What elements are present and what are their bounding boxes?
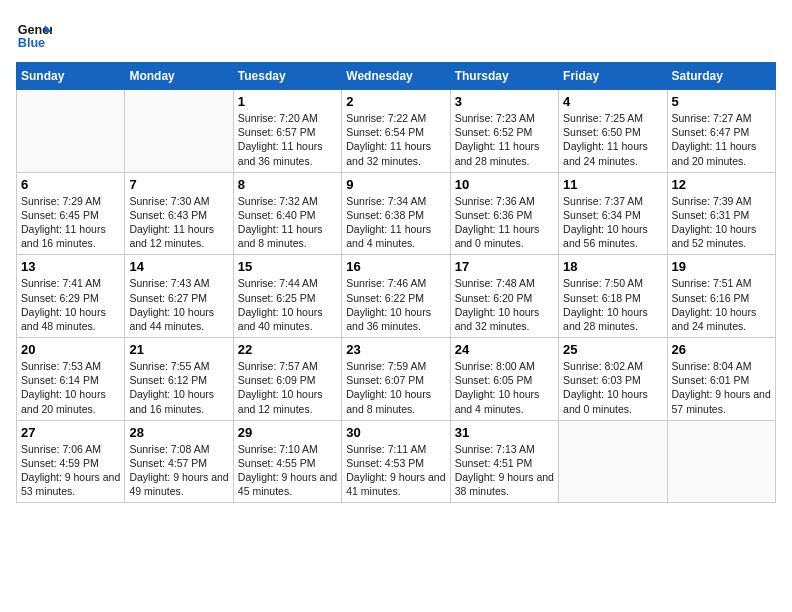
calendar-cell xyxy=(125,90,233,173)
calendar-cell: 8Sunrise: 7:32 AM Sunset: 6:40 PM Daylig… xyxy=(233,172,341,255)
day-number: 9 xyxy=(346,177,445,192)
weekday-header: Monday xyxy=(125,63,233,90)
calendar-table: SundayMondayTuesdayWednesdayThursdayFrid… xyxy=(16,62,776,503)
day-info: Sunrise: 7:11 AM Sunset: 4:53 PM Dayligh… xyxy=(346,442,445,499)
day-number: 24 xyxy=(455,342,554,357)
calendar-cell: 24Sunrise: 8:00 AM Sunset: 6:05 PM Dayli… xyxy=(450,338,558,421)
calendar-cell: 18Sunrise: 7:50 AM Sunset: 6:18 PM Dayli… xyxy=(559,255,667,338)
day-info: Sunrise: 7:53 AM Sunset: 6:14 PM Dayligh… xyxy=(21,359,120,416)
calendar-cell: 31Sunrise: 7:13 AM Sunset: 4:51 PM Dayli… xyxy=(450,420,558,503)
calendar-cell: 28Sunrise: 7:08 AM Sunset: 4:57 PM Dayli… xyxy=(125,420,233,503)
day-info: Sunrise: 7:46 AM Sunset: 6:22 PM Dayligh… xyxy=(346,276,445,333)
weekday-header: Friday xyxy=(559,63,667,90)
day-number: 2 xyxy=(346,94,445,109)
weekday-header: Saturday xyxy=(667,63,775,90)
calendar-cell: 20Sunrise: 7:53 AM Sunset: 6:14 PM Dayli… xyxy=(17,338,125,421)
calendar-cell: 14Sunrise: 7:43 AM Sunset: 6:27 PM Dayli… xyxy=(125,255,233,338)
day-number: 8 xyxy=(238,177,337,192)
calendar-cell: 6Sunrise: 7:29 AM Sunset: 6:45 PM Daylig… xyxy=(17,172,125,255)
calendar-cell: 5Sunrise: 7:27 AM Sunset: 6:47 PM Daylig… xyxy=(667,90,775,173)
day-number: 1 xyxy=(238,94,337,109)
calendar-cell xyxy=(17,90,125,173)
day-info: Sunrise: 7:20 AM Sunset: 6:57 PM Dayligh… xyxy=(238,111,337,168)
day-info: Sunrise: 7:25 AM Sunset: 6:50 PM Dayligh… xyxy=(563,111,662,168)
day-number: 12 xyxy=(672,177,771,192)
day-info: Sunrise: 7:10 AM Sunset: 4:55 PM Dayligh… xyxy=(238,442,337,499)
calendar-week-row: 20Sunrise: 7:53 AM Sunset: 6:14 PM Dayli… xyxy=(17,338,776,421)
calendar-cell: 13Sunrise: 7:41 AM Sunset: 6:29 PM Dayli… xyxy=(17,255,125,338)
day-number: 19 xyxy=(672,259,771,274)
day-info: Sunrise: 7:36 AM Sunset: 6:36 PM Dayligh… xyxy=(455,194,554,251)
day-number: 27 xyxy=(21,425,120,440)
day-number: 13 xyxy=(21,259,120,274)
calendar-cell: 16Sunrise: 7:46 AM Sunset: 6:22 PM Dayli… xyxy=(342,255,450,338)
day-info: Sunrise: 7:34 AM Sunset: 6:38 PM Dayligh… xyxy=(346,194,445,251)
calendar-cell: 29Sunrise: 7:10 AM Sunset: 4:55 PM Dayli… xyxy=(233,420,341,503)
day-number: 22 xyxy=(238,342,337,357)
day-info: Sunrise: 7:23 AM Sunset: 6:52 PM Dayligh… xyxy=(455,111,554,168)
day-number: 31 xyxy=(455,425,554,440)
calendar-week-row: 27Sunrise: 7:06 AM Sunset: 4:59 PM Dayli… xyxy=(17,420,776,503)
day-info: Sunrise: 7:30 AM Sunset: 6:43 PM Dayligh… xyxy=(129,194,228,251)
day-number: 25 xyxy=(563,342,662,357)
calendar-cell: 27Sunrise: 7:06 AM Sunset: 4:59 PM Dayli… xyxy=(17,420,125,503)
day-number: 30 xyxy=(346,425,445,440)
day-info: Sunrise: 8:00 AM Sunset: 6:05 PM Dayligh… xyxy=(455,359,554,416)
calendar-cell xyxy=(667,420,775,503)
day-number: 21 xyxy=(129,342,228,357)
logo: General Blue xyxy=(16,16,56,52)
calendar-cell: 23Sunrise: 7:59 AM Sunset: 6:07 PM Dayli… xyxy=(342,338,450,421)
svg-text:Blue: Blue xyxy=(18,36,45,50)
calendar-cell: 3Sunrise: 7:23 AM Sunset: 6:52 PM Daylig… xyxy=(450,90,558,173)
day-number: 10 xyxy=(455,177,554,192)
calendar-cell: 15Sunrise: 7:44 AM Sunset: 6:25 PM Dayli… xyxy=(233,255,341,338)
day-info: Sunrise: 7:57 AM Sunset: 6:09 PM Dayligh… xyxy=(238,359,337,416)
calendar-cell xyxy=(559,420,667,503)
day-info: Sunrise: 7:59 AM Sunset: 6:07 PM Dayligh… xyxy=(346,359,445,416)
day-info: Sunrise: 7:22 AM Sunset: 6:54 PM Dayligh… xyxy=(346,111,445,168)
calendar-cell: 21Sunrise: 7:55 AM Sunset: 6:12 PM Dayli… xyxy=(125,338,233,421)
day-number: 5 xyxy=(672,94,771,109)
calendar-cell: 4Sunrise: 7:25 AM Sunset: 6:50 PM Daylig… xyxy=(559,90,667,173)
day-info: Sunrise: 8:02 AM Sunset: 6:03 PM Dayligh… xyxy=(563,359,662,416)
day-number: 7 xyxy=(129,177,228,192)
day-info: Sunrise: 7:39 AM Sunset: 6:31 PM Dayligh… xyxy=(672,194,771,251)
day-info: Sunrise: 7:06 AM Sunset: 4:59 PM Dayligh… xyxy=(21,442,120,499)
logo-icon: General Blue xyxy=(16,16,52,52)
calendar-cell: 30Sunrise: 7:11 AM Sunset: 4:53 PM Dayli… xyxy=(342,420,450,503)
day-info: Sunrise: 7:27 AM Sunset: 6:47 PM Dayligh… xyxy=(672,111,771,168)
calendar-cell: 10Sunrise: 7:36 AM Sunset: 6:36 PM Dayli… xyxy=(450,172,558,255)
calendar-cell: 19Sunrise: 7:51 AM Sunset: 6:16 PM Dayli… xyxy=(667,255,775,338)
day-info: Sunrise: 7:41 AM Sunset: 6:29 PM Dayligh… xyxy=(21,276,120,333)
day-number: 28 xyxy=(129,425,228,440)
calendar-week-row: 6Sunrise: 7:29 AM Sunset: 6:45 PM Daylig… xyxy=(17,172,776,255)
calendar-week-row: 13Sunrise: 7:41 AM Sunset: 6:29 PM Dayli… xyxy=(17,255,776,338)
day-info: Sunrise: 7:32 AM Sunset: 6:40 PM Dayligh… xyxy=(238,194,337,251)
calendar-cell: 22Sunrise: 7:57 AM Sunset: 6:09 PM Dayli… xyxy=(233,338,341,421)
calendar-week-row: 1Sunrise: 7:20 AM Sunset: 6:57 PM Daylig… xyxy=(17,90,776,173)
day-number: 26 xyxy=(672,342,771,357)
calendar-cell: 9Sunrise: 7:34 AM Sunset: 6:38 PM Daylig… xyxy=(342,172,450,255)
day-info: Sunrise: 7:43 AM Sunset: 6:27 PM Dayligh… xyxy=(129,276,228,333)
day-number: 23 xyxy=(346,342,445,357)
weekday-header: Thursday xyxy=(450,63,558,90)
calendar-cell: 26Sunrise: 8:04 AM Sunset: 6:01 PM Dayli… xyxy=(667,338,775,421)
day-number: 29 xyxy=(238,425,337,440)
calendar-cell: 7Sunrise: 7:30 AM Sunset: 6:43 PM Daylig… xyxy=(125,172,233,255)
day-number: 15 xyxy=(238,259,337,274)
day-number: 6 xyxy=(21,177,120,192)
day-info: Sunrise: 7:44 AM Sunset: 6:25 PM Dayligh… xyxy=(238,276,337,333)
day-info: Sunrise: 7:13 AM Sunset: 4:51 PM Dayligh… xyxy=(455,442,554,499)
calendar-cell: 17Sunrise: 7:48 AM Sunset: 6:20 PM Dayli… xyxy=(450,255,558,338)
day-info: Sunrise: 7:37 AM Sunset: 6:34 PM Dayligh… xyxy=(563,194,662,251)
day-number: 11 xyxy=(563,177,662,192)
day-info: Sunrise: 8:04 AM Sunset: 6:01 PM Dayligh… xyxy=(672,359,771,416)
calendar-cell: 1Sunrise: 7:20 AM Sunset: 6:57 PM Daylig… xyxy=(233,90,341,173)
weekday-header: Tuesday xyxy=(233,63,341,90)
page-header: General Blue xyxy=(16,16,776,52)
day-number: 3 xyxy=(455,94,554,109)
day-number: 17 xyxy=(455,259,554,274)
day-number: 20 xyxy=(21,342,120,357)
day-number: 4 xyxy=(563,94,662,109)
day-number: 14 xyxy=(129,259,228,274)
